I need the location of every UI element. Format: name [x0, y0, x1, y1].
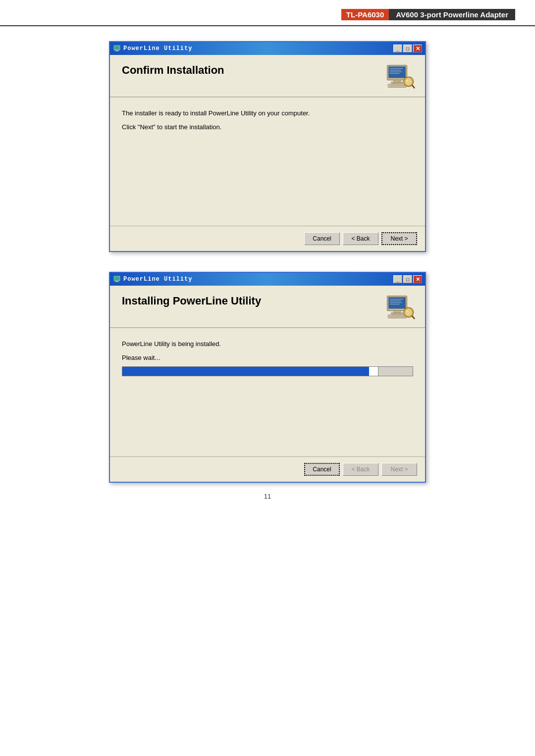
- installing-dialog: PowerLine Utility _ □ ✕ Installing Power…: [109, 272, 426, 483]
- dialog2-title-text: PowerLine Utility: [123, 276, 192, 283]
- svg-rect-19: [114, 282, 119, 282]
- svg-point-14: [405, 78, 412, 85]
- progress-bar-empty: [378, 367, 413, 376]
- dialog2-top: Installing PowerLine Utility: [110, 286, 425, 328]
- product-description: AV600 3-port Powerline Adapter: [389, 9, 515, 20]
- svg-rect-26: [394, 311, 400, 313]
- svg-rect-2: [114, 51, 119, 51]
- dialog2-minimize-button[interactable]: _: [393, 275, 402, 283]
- dialog2-next-button: Next >: [381, 463, 417, 476]
- dialog1-app-icon: [113, 45, 121, 52]
- dialog1-minimize-button[interactable]: _: [393, 45, 402, 52]
- svg-point-31: [405, 308, 412, 316]
- svg-rect-10: [391, 82, 403, 83]
- dialog2-title-bar: PowerLine Utility _ □ ✕: [110, 273, 425, 286]
- progress-bar-fill: [122, 367, 369, 376]
- dialog1-body-line2: Click "Next" to start the installation.: [122, 122, 413, 132]
- dialog2-header-icon: [386, 295, 415, 320]
- dialog1-body-line1: The installer is ready to install PowerL…: [122, 108, 413, 118]
- svg-rect-4: [388, 66, 406, 78]
- dialog1-back-button[interactable]: < Back: [343, 232, 378, 245]
- svg-point-33: [407, 310, 408, 312]
- dialog1-title-text: PowerLine Utility: [123, 45, 192, 52]
- dialog2-close-button[interactable]: ✕: [413, 275, 422, 283]
- svg-line-15: [412, 85, 414, 88]
- dialog2-app-icon: [113, 275, 121, 283]
- dialog2-title-bar-left: PowerLine Utility: [113, 275, 192, 283]
- svg-line-32: [412, 316, 414, 318]
- progress-bar-container: [122, 366, 413, 376]
- dialog1-content: The installer is ready to install PowerL…: [110, 97, 425, 226]
- product-label: TL-PA6030 AV600 3-port Powerline Adapter: [341, 9, 515, 20]
- dialog1-next-button[interactable]: Next >: [381, 232, 417, 245]
- svg-rect-9: [394, 80, 400, 82]
- dialog2-heading: Installing PowerLine Utility: [122, 295, 261, 307]
- svg-point-16: [407, 80, 408, 81]
- dialog1-close-button[interactable]: ✕: [413, 45, 422, 52]
- page-number: 11: [0, 493, 535, 515]
- dialog2-cancel-button[interactable]: Cancel: [304, 463, 340, 476]
- svg-rect-0: [114, 46, 120, 50]
- dialog1-title-buttons: _ □ ✕: [393, 45, 422, 52]
- product-model: TL-PA6030: [341, 9, 389, 20]
- dialog1-top: Confirm Installation: [110, 55, 425, 97]
- dialog1-heading: Confirm Installation: [122, 64, 224, 77]
- dialog1-header-icon: [386, 64, 415, 90]
- dialog2-body-line1: PowerLine Utility is being installed.: [122, 339, 413, 349]
- svg-rect-18: [115, 281, 118, 282]
- svg-rect-29: [389, 316, 405, 317]
- svg-rect-17: [114, 276, 120, 281]
- svg-rect-1: [115, 50, 118, 51]
- dialog1-footer: Cancel < Back Next >: [110, 226, 425, 251]
- confirm-installation-dialog: PowerLine Utility _ □ ✕ Confirm Installa…: [109, 41, 426, 252]
- dialog1-title-bar-left: PowerLine Utility: [113, 45, 192, 52]
- dialog2-title-buttons: _ □ ✕: [393, 275, 422, 283]
- progress-label: Please wait...: [122, 353, 413, 363]
- progress-section: Please wait...: [122, 353, 413, 377]
- svg-rect-27: [391, 313, 403, 314]
- dialog2-content: PowerLine Utility is being installed. Pl…: [110, 328, 425, 456]
- dialog2-back-button: < Back: [343, 463, 378, 476]
- page-content: PowerLine Utility _ □ ✕ Confirm Installa…: [0, 41, 535, 483]
- svg-rect-21: [388, 297, 406, 308]
- dialog1-restore-button[interactable]: □: [403, 45, 412, 52]
- dialog2-footer: Cancel < Back Next >: [110, 456, 425, 482]
- dialog1-title-bar: PowerLine Utility _ □ ✕: [110, 42, 425, 55]
- page-header: TL-PA6030 AV600 3-port Powerline Adapter: [0, 0, 535, 26]
- svg-rect-12: [389, 85, 405, 87]
- dialog1-cancel-button[interactable]: Cancel: [304, 232, 340, 245]
- dialog2-restore-button[interactable]: □: [403, 275, 412, 283]
